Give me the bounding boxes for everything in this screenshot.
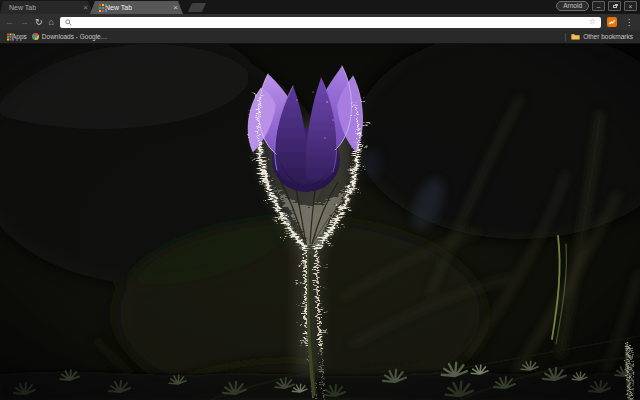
folder-icon <box>571 33 580 40</box>
tab-label: New Tab <box>105 4 132 11</box>
other-bookmarks-button[interactable]: Other bookmarks <box>571 33 633 40</box>
bookmark-label: Downloads - Google… <box>42 33 107 40</box>
tab-close-icon[interactable]: × <box>169 4 178 12</box>
bookmark-apps[interactable]: Apps <box>7 33 27 40</box>
home-icon[interactable]: ⌂ <box>49 18 54 27</box>
restore-button[interactable] <box>608 1 621 11</box>
bookmark-star-icon[interactable]: ☆ <box>589 18 596 26</box>
tab-strip: New Tab × New Tab × Arnold – × <box>0 0 640 14</box>
address-bar[interactable]: ☆ <box>60 17 601 28</box>
wallpaper-pasque-flower-photo <box>0 44 640 400</box>
reload-icon[interactable]: ↻ <box>35 18 43 27</box>
bookmarks-bar: Apps Downloads - Google… Other bookmarks <box>0 30 640 44</box>
chrome-logo-icon <box>32 33 39 40</box>
extension-icon[interactable] <box>607 17 617 27</box>
bookmark-downloads[interactable]: Downloads - Google… <box>32 33 107 40</box>
apps-grid-icon <box>7 33 9 35</box>
colored-grid-favicon-icon <box>99 4 101 6</box>
new-tab-page <box>0 44 640 400</box>
search-icon <box>65 19 72 26</box>
minimize-button[interactable]: – <box>592 1 605 11</box>
other-bookmarks-label: Other bookmarks <box>583 33 633 40</box>
tab-label: New Tab <box>9 4 36 11</box>
back-icon[interactable]: ← <box>5 18 14 27</box>
menu-icon[interactable]: ⋮ <box>623 18 635 27</box>
new-tab-button[interactable] <box>188 3 206 12</box>
navigation-toolbar: ← → ↻ ⌂ ☆ ⋮ <box>0 14 640 30</box>
profile-button[interactable]: Arnold <box>556 1 589 11</box>
bookmark-label: Apps <box>12 33 27 40</box>
tab-new-tab-1[interactable]: New Tab × <box>0 1 93 14</box>
window-controls: Arnold – × <box>556 1 637 11</box>
bookmarks-divider <box>565 33 566 41</box>
chart-arrow-icon <box>608 18 616 26</box>
forward-icon[interactable]: → <box>20 18 29 27</box>
restore-window-icon <box>613 5 617 8</box>
close-button[interactable]: × <box>624 1 637 11</box>
browser-window: New Tab × New Tab × Arnold – × ← → ↻ ⌂ ☆ <box>0 0 640 400</box>
tab-new-tab-2-active[interactable]: New Tab × <box>90 1 183 14</box>
tab-close-icon[interactable]: × <box>79 4 88 12</box>
